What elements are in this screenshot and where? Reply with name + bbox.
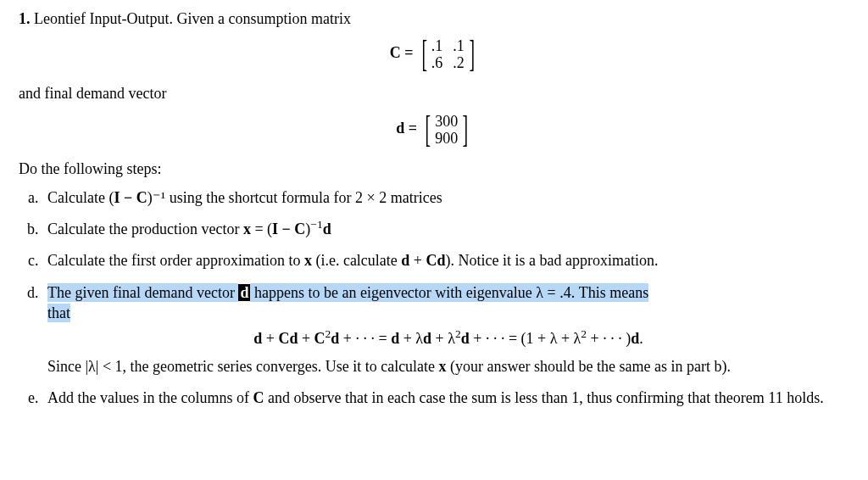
matrix-c-11: .2 (448, 54, 470, 71)
matrix-c-equation: C = [ .1 .1 .6 .2 ] (19, 37, 849, 71)
right-bracket-icon: ] (469, 37, 474, 71)
right-bracket-icon: ] (463, 113, 468, 147)
matrix-c-prefix: C = (390, 44, 414, 61)
step-c: Calculate the first order approximation … (42, 250, 849, 271)
step-d: The given final demand vector d happens … (42, 282, 849, 377)
step-e: Add the values in the columns of C and o… (42, 388, 849, 408)
step-d-equation: d + Cd + C2d + · · · = d + λd + λ2d + · … (47, 328, 849, 349)
step-d-highlight-line2: that (47, 304, 70, 322)
step-d-sel1: The given final demand vector (47, 284, 238, 301)
vector-d: [ 300 900 ] (422, 113, 470, 147)
step-a-IC: I − C (114, 189, 147, 206)
matrix-c-10: .6 (426, 54, 448, 71)
step-d-lambda: λ = .4. This means (536, 284, 648, 301)
step-d-sel2: happens to be an eigenvector with eigenv… (254, 284, 536, 301)
demand-text: and final demand vector (19, 83, 849, 103)
vector-d-equation: d = [ 300 900 ] (19, 113, 849, 147)
step-d-d-black: d (238, 284, 250, 301)
vector-d-0: 300 (430, 113, 463, 130)
problem-number: 1. (19, 10, 31, 27)
step-a-pre: Calculate ( (47, 189, 114, 206)
step-a: Calculate (I − C)⁻¹ using the shortcut f… (42, 187, 849, 208)
vector-d-body: 300 900 (430, 113, 463, 147)
matrix-c-00: .1 (426, 37, 448, 54)
matrix-c-01: .1 (448, 37, 470, 54)
matrix-c-body: .1 .1 .6 .2 (426, 37, 470, 71)
matrix-c: [ .1 .1 .6 .2 ] (419, 37, 476, 71)
step-d-highlight-line1: The given final demand vector (47, 283, 238, 302)
vector-d-1: 900 (430, 130, 463, 147)
step-b: Calculate the production vector x = (I −… (42, 219, 849, 239)
steps-intro: Do the following steps: (19, 159, 849, 179)
step-d-highlight-line1b: happens to be an eigenvector with eigenv… (250, 283, 648, 302)
page-root: 1. Leontief Input-Output. Given a consum… (0, 0, 868, 438)
step-d-after: Since |λ| < 1, the geometric series conv… (47, 356, 849, 377)
steps-list: Calculate (I − C)⁻¹ using the shortcut f… (42, 187, 849, 408)
vector-d-prefix: d = (396, 120, 417, 137)
left-bracket-icon: [ (421, 37, 426, 71)
step-a-suf: )⁻¹ using the shortcut formula for 2 × 2… (147, 189, 442, 206)
problem-heading: 1. Leontief Input-Output. Given a consum… (19, 8, 849, 29)
problem-title-text: Leontief Input-Output. Given a consumpti… (34, 10, 351, 27)
left-bracket-icon: [ (426, 113, 431, 147)
